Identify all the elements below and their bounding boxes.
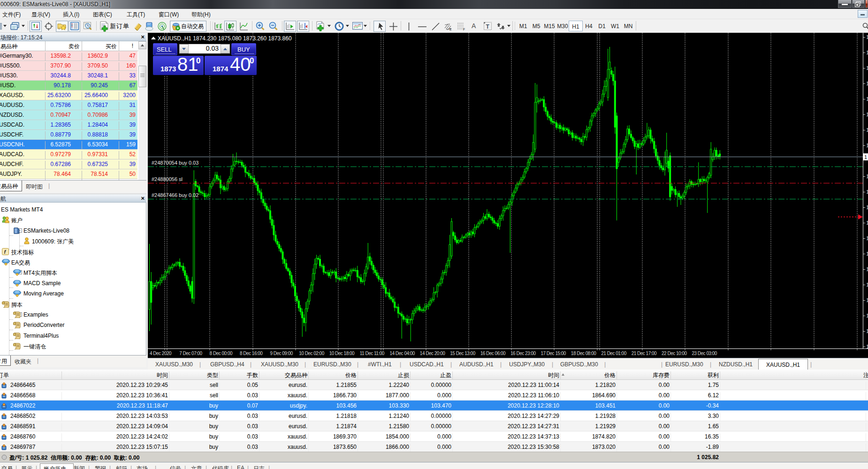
svg-text:9 Dec 09:00: 9 Dec 09:00	[270, 351, 293, 356]
svg-text:1: 1	[866, 266, 868, 272]
svg-text:#24870054 buy 0.03: #24870054 buy 0.03	[152, 160, 198, 166]
svg-text:1: 1	[866, 235, 868, 241]
svg-text:1: 1	[866, 34, 868, 40]
svg-text:8 Dec 00:00: 8 Dec 00:00	[210, 351, 233, 356]
svg-text:11 Dec 11:00: 11 Dec 11:00	[360, 351, 385, 356]
svg-text:18 Dec 08:00: 18 Dec 08:00	[571, 351, 596, 356]
svg-text:T: T	[486, 23, 490, 30]
svg-text:10 Dec 18:00: 10 Dec 18:00	[329, 351, 355, 356]
svg-text:1: 1	[864, 154, 867, 160]
svg-text:XAUUSD.,H1 1874.230 1875.080: XAUUSD.,H1 1874.230 1875.080 1873.260 18…	[158, 35, 292, 42]
svg-text:1: 1	[866, 127, 868, 133]
svg-text:1: 1	[866, 143, 868, 148]
svg-text:E: E	[449, 28, 452, 31]
svg-text:16 Dec 06:00: 16 Dec 06:00	[480, 351, 506, 356]
svg-text:1: 1	[866, 174, 868, 179]
svg-text:F: F	[463, 28, 465, 31]
svg-text:10 Dec 02:00: 10 Dec 02:00	[299, 351, 324, 356]
svg-text:16 Dec 23:00: 16 Dec 23:00	[510, 351, 536, 356]
svg-text:7 Dec 07:00: 7 Dec 07:00	[179, 351, 202, 356]
svg-text:15 Dec 13:00: 15 Dec 13:00	[450, 351, 475, 356]
svg-text:1: 1	[866, 204, 868, 210]
svg-text:1: 1	[866, 65, 868, 71]
svg-text:1: 1	[866, 96, 868, 102]
svg-text:1: 1	[866, 344, 868, 349]
svg-text:14 Dec 20:00: 14 Dec 20:00	[420, 351, 445, 356]
svg-text:1: 1	[866, 81, 868, 86]
svg-text:1: 1	[866, 251, 868, 257]
svg-text:4 Dec 2020: 4 Dec 2020	[150, 351, 172, 356]
svg-text:1: 1	[866, 189, 868, 195]
svg-text:22 Dec 10:00: 22 Dec 10:00	[662, 351, 687, 356]
svg-text:21 Dec 01:00: 21 Dec 01:00	[601, 351, 626, 356]
svg-text:1: 1	[866, 297, 868, 303]
svg-text:#24880056 sl: #24880056 sl	[152, 176, 183, 182]
svg-text:17 Dec 15:00: 17 Dec 15:00	[541, 351, 566, 356]
svg-text:1: 1	[866, 313, 868, 318]
svg-text:8 Dec 16:00: 8 Dec 16:00	[240, 351, 263, 356]
svg-text:1: 1	[866, 112, 868, 117]
svg-text:1: 1	[866, 220, 868, 226]
svg-text:1: 1	[866, 50, 868, 55]
svg-text:1: 1	[866, 282, 868, 287]
svg-text:21 Dec 17:00: 21 Dec 17:00	[632, 351, 657, 356]
svg-text:1: 1	[866, 328, 868, 334]
svg-text:14 Dec 04:00: 14 Dec 04:00	[389, 351, 415, 356]
svg-text:#24867466 buy 0.02: #24867466 buy 0.02	[152, 192, 198, 198]
svg-text:23 Dec 03:00: 23 Dec 03:00	[692, 351, 717, 356]
